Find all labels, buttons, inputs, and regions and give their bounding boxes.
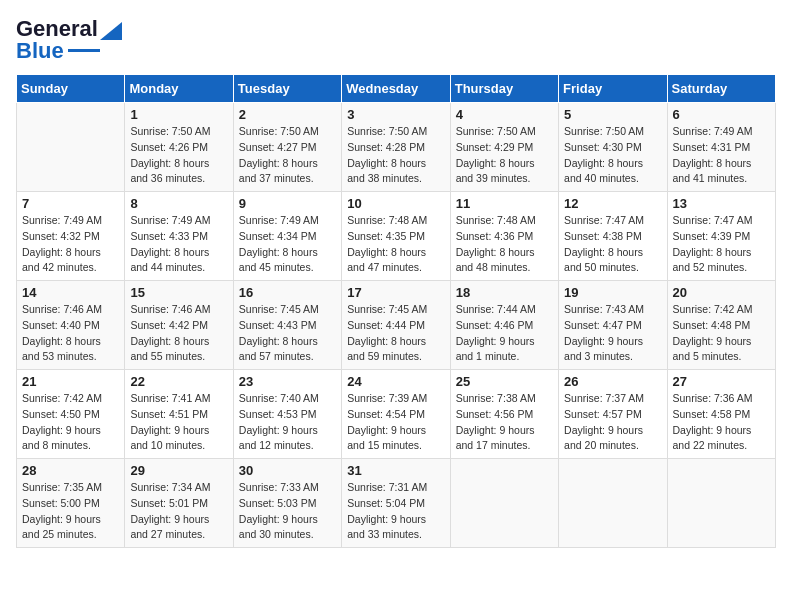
day-number: 17 bbox=[347, 285, 444, 300]
calendar-header: SundayMondayTuesdayWednesdayThursdayFrid… bbox=[17, 75, 776, 103]
calendar-body: 1Sunrise: 7:50 AMSunset: 4:26 PMDaylight… bbox=[17, 103, 776, 548]
calendar-cell: 12Sunrise: 7:47 AMSunset: 4:38 PMDayligh… bbox=[559, 192, 667, 281]
calendar-cell: 3Sunrise: 7:50 AMSunset: 4:28 PMDaylight… bbox=[342, 103, 450, 192]
week-row-1: 1Sunrise: 7:50 AMSunset: 4:26 PMDaylight… bbox=[17, 103, 776, 192]
day-number: 24 bbox=[347, 374, 444, 389]
day-info: Sunrise: 7:36 AMSunset: 4:58 PMDaylight:… bbox=[673, 391, 770, 454]
day-info: Sunrise: 7:44 AMSunset: 4:46 PMDaylight:… bbox=[456, 302, 553, 365]
calendar-cell: 2Sunrise: 7:50 AMSunset: 4:27 PMDaylight… bbox=[233, 103, 341, 192]
day-info: Sunrise: 7:42 AMSunset: 4:48 PMDaylight:… bbox=[673, 302, 770, 365]
day-number: 15 bbox=[130, 285, 227, 300]
day-info: Sunrise: 7:46 AMSunset: 4:42 PMDaylight:… bbox=[130, 302, 227, 365]
day-number: 7 bbox=[22, 196, 119, 211]
calendar-header-row: SundayMondayTuesdayWednesdayThursdayFrid… bbox=[17, 75, 776, 103]
day-number: 11 bbox=[456, 196, 553, 211]
day-number: 19 bbox=[564, 285, 661, 300]
calendar-cell: 11Sunrise: 7:48 AMSunset: 4:36 PMDayligh… bbox=[450, 192, 558, 281]
week-row-4: 21Sunrise: 7:42 AMSunset: 4:50 PMDayligh… bbox=[17, 370, 776, 459]
day-info: Sunrise: 7:48 AMSunset: 4:36 PMDaylight:… bbox=[456, 213, 553, 276]
day-number: 2 bbox=[239, 107, 336, 122]
day-number: 13 bbox=[673, 196, 770, 211]
day-number: 20 bbox=[673, 285, 770, 300]
column-header-sunday: Sunday bbox=[17, 75, 125, 103]
day-info: Sunrise: 7:49 AMSunset: 4:34 PMDaylight:… bbox=[239, 213, 336, 276]
column-header-monday: Monday bbox=[125, 75, 233, 103]
calendar-cell: 23Sunrise: 7:40 AMSunset: 4:53 PMDayligh… bbox=[233, 370, 341, 459]
calendar-cell: 22Sunrise: 7:41 AMSunset: 4:51 PMDayligh… bbox=[125, 370, 233, 459]
day-number: 26 bbox=[564, 374, 661, 389]
day-info: Sunrise: 7:48 AMSunset: 4:35 PMDaylight:… bbox=[347, 213, 444, 276]
day-info: Sunrise: 7:33 AMSunset: 5:03 PMDaylight:… bbox=[239, 480, 336, 543]
day-number: 29 bbox=[130, 463, 227, 478]
day-number: 8 bbox=[130, 196, 227, 211]
calendar-cell: 7Sunrise: 7:49 AMSunset: 4:32 PMDaylight… bbox=[17, 192, 125, 281]
day-number: 22 bbox=[130, 374, 227, 389]
day-number: 5 bbox=[564, 107, 661, 122]
calendar-cell: 20Sunrise: 7:42 AMSunset: 4:48 PMDayligh… bbox=[667, 281, 775, 370]
day-info: Sunrise: 7:35 AMSunset: 5:00 PMDaylight:… bbox=[22, 480, 119, 543]
day-number: 4 bbox=[456, 107, 553, 122]
day-info: Sunrise: 7:45 AMSunset: 4:44 PMDaylight:… bbox=[347, 302, 444, 365]
day-info: Sunrise: 7:46 AMSunset: 4:40 PMDaylight:… bbox=[22, 302, 119, 365]
calendar-cell: 21Sunrise: 7:42 AMSunset: 4:50 PMDayligh… bbox=[17, 370, 125, 459]
header: General Blue bbox=[16, 16, 776, 64]
day-number: 6 bbox=[673, 107, 770, 122]
calendar-cell: 16Sunrise: 7:45 AMSunset: 4:43 PMDayligh… bbox=[233, 281, 341, 370]
day-info: Sunrise: 7:49 AMSunset: 4:32 PMDaylight:… bbox=[22, 213, 119, 276]
day-info: Sunrise: 7:42 AMSunset: 4:50 PMDaylight:… bbox=[22, 391, 119, 454]
day-info: Sunrise: 7:40 AMSunset: 4:53 PMDaylight:… bbox=[239, 391, 336, 454]
day-number: 12 bbox=[564, 196, 661, 211]
calendar-cell: 29Sunrise: 7:34 AMSunset: 5:01 PMDayligh… bbox=[125, 459, 233, 548]
calendar-cell: 19Sunrise: 7:43 AMSunset: 4:47 PMDayligh… bbox=[559, 281, 667, 370]
calendar-cell: 5Sunrise: 7:50 AMSunset: 4:30 PMDaylight… bbox=[559, 103, 667, 192]
day-number: 25 bbox=[456, 374, 553, 389]
column-header-thursday: Thursday bbox=[450, 75, 558, 103]
day-info: Sunrise: 7:50 AMSunset: 4:28 PMDaylight:… bbox=[347, 124, 444, 187]
day-info: Sunrise: 7:31 AMSunset: 5:04 PMDaylight:… bbox=[347, 480, 444, 543]
calendar-cell: 13Sunrise: 7:47 AMSunset: 4:39 PMDayligh… bbox=[667, 192, 775, 281]
day-number: 10 bbox=[347, 196, 444, 211]
day-number: 21 bbox=[22, 374, 119, 389]
logo-icon bbox=[100, 18, 122, 40]
column-header-tuesday: Tuesday bbox=[233, 75, 341, 103]
calendar-cell bbox=[450, 459, 558, 548]
calendar-cell: 31Sunrise: 7:31 AMSunset: 5:04 PMDayligh… bbox=[342, 459, 450, 548]
day-info: Sunrise: 7:43 AMSunset: 4:47 PMDaylight:… bbox=[564, 302, 661, 365]
day-number: 9 bbox=[239, 196, 336, 211]
calendar-cell: 28Sunrise: 7:35 AMSunset: 5:00 PMDayligh… bbox=[17, 459, 125, 548]
day-number: 30 bbox=[239, 463, 336, 478]
calendar-cell: 17Sunrise: 7:45 AMSunset: 4:44 PMDayligh… bbox=[342, 281, 450, 370]
day-number: 23 bbox=[239, 374, 336, 389]
day-info: Sunrise: 7:37 AMSunset: 4:57 PMDaylight:… bbox=[564, 391, 661, 454]
calendar-cell: 26Sunrise: 7:37 AMSunset: 4:57 PMDayligh… bbox=[559, 370, 667, 459]
calendar-cell: 15Sunrise: 7:46 AMSunset: 4:42 PMDayligh… bbox=[125, 281, 233, 370]
day-info: Sunrise: 7:50 AMSunset: 4:27 PMDaylight:… bbox=[239, 124, 336, 187]
day-number: 18 bbox=[456, 285, 553, 300]
day-number: 31 bbox=[347, 463, 444, 478]
day-info: Sunrise: 7:39 AMSunset: 4:54 PMDaylight:… bbox=[347, 391, 444, 454]
day-info: Sunrise: 7:50 AMSunset: 4:30 PMDaylight:… bbox=[564, 124, 661, 187]
calendar-cell bbox=[17, 103, 125, 192]
day-info: Sunrise: 7:41 AMSunset: 4:51 PMDaylight:… bbox=[130, 391, 227, 454]
calendar-cell: 6Sunrise: 7:49 AMSunset: 4:31 PMDaylight… bbox=[667, 103, 775, 192]
column-header-saturday: Saturday bbox=[667, 75, 775, 103]
day-number: 14 bbox=[22, 285, 119, 300]
calendar-cell: 18Sunrise: 7:44 AMSunset: 4:46 PMDayligh… bbox=[450, 281, 558, 370]
day-info: Sunrise: 7:50 AMSunset: 4:26 PMDaylight:… bbox=[130, 124, 227, 187]
column-header-wednesday: Wednesday bbox=[342, 75, 450, 103]
svg-marker-0 bbox=[100, 22, 122, 40]
day-info: Sunrise: 7:47 AMSunset: 4:39 PMDaylight:… bbox=[673, 213, 770, 276]
logo-blue: Blue bbox=[16, 38, 64, 64]
day-number: 27 bbox=[673, 374, 770, 389]
calendar-cell: 1Sunrise: 7:50 AMSunset: 4:26 PMDaylight… bbox=[125, 103, 233, 192]
calendar-cell: 24Sunrise: 7:39 AMSunset: 4:54 PMDayligh… bbox=[342, 370, 450, 459]
day-info: Sunrise: 7:47 AMSunset: 4:38 PMDaylight:… bbox=[564, 213, 661, 276]
calendar-table: SundayMondayTuesdayWednesdayThursdayFrid… bbox=[16, 74, 776, 548]
logo-underline bbox=[68, 49, 100, 52]
calendar-cell bbox=[559, 459, 667, 548]
day-number: 28 bbox=[22, 463, 119, 478]
calendar-cell: 8Sunrise: 7:49 AMSunset: 4:33 PMDaylight… bbox=[125, 192, 233, 281]
day-number: 1 bbox=[130, 107, 227, 122]
calendar-cell: 10Sunrise: 7:48 AMSunset: 4:35 PMDayligh… bbox=[342, 192, 450, 281]
logo: General Blue bbox=[16, 16, 122, 64]
